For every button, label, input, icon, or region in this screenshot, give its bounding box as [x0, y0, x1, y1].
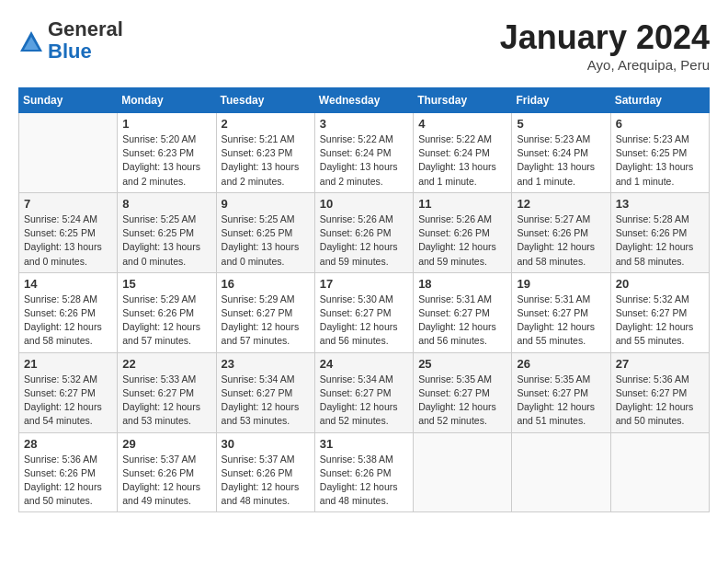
- calendar-cell: [19, 113, 118, 193]
- calendar-week-row: 28Sunrise: 5:36 AM Sunset: 6:26 PM Dayli…: [19, 432, 710, 512]
- calendar-cell: 12Sunrise: 5:27 AM Sunset: 6:26 PM Dayli…: [512, 192, 610, 272]
- calendar-cell: 29Sunrise: 5:37 AM Sunset: 6:26 PM Dayli…: [118, 432, 216, 512]
- day-number: 23: [222, 357, 310, 371]
- day-info: Sunrise: 5:34 AM Sunset: 6:27 PM Dayligh…: [222, 373, 310, 429]
- calendar-cell: 22Sunrise: 5:33 AM Sunset: 6:27 PM Dayli…: [118, 352, 216, 432]
- day-info: Sunrise: 5:21 AM Sunset: 6:23 PM Dayligh…: [222, 132, 310, 189]
- calendar-cell: [610, 432, 709, 512]
- calendar-cell: 11Sunrise: 5:26 AM Sunset: 6:26 PM Dayli…: [414, 192, 512, 272]
- day-number: 29: [122, 437, 210, 451]
- calendar-week-row: 1Sunrise: 5:20 AM Sunset: 6:23 PM Daylig…: [19, 113, 710, 193]
- day-number: 19: [517, 277, 605, 291]
- day-info: Sunrise: 5:22 AM Sunset: 6:24 PM Dayligh…: [320, 132, 408, 189]
- day-info: Sunrise: 5:25 AM Sunset: 6:25 PM Dayligh…: [222, 213, 310, 269]
- column-header-sunday: Sunday: [19, 88, 118, 113]
- calendar-cell: 6Sunrise: 5:23 AM Sunset: 6:25 PM Daylig…: [610, 113, 709, 193]
- calendar-cell: 8Sunrise: 5:25 AM Sunset: 6:25 PM Daylig…: [118, 192, 216, 272]
- column-header-tuesday: Tuesday: [216, 88, 314, 113]
- day-number: 5: [517, 117, 605, 131]
- day-number: 26: [517, 357, 605, 371]
- day-number: 21: [24, 357, 112, 371]
- logo: General Blue: [18, 18, 123, 63]
- calendar-cell: 17Sunrise: 5:30 AM Sunset: 6:27 PM Dayli…: [314, 272, 413, 352]
- day-number: 10: [320, 197, 408, 211]
- logo-blue: Blue: [48, 40, 123, 63]
- day-info: Sunrise: 5:26 AM Sunset: 6:26 PM Dayligh…: [418, 213, 506, 269]
- day-info: Sunrise: 5:23 AM Sunset: 6:25 PM Dayligh…: [616, 132, 704, 189]
- day-number: 28: [24, 437, 112, 451]
- day-number: 8: [122, 197, 210, 211]
- day-info: Sunrise: 5:31 AM Sunset: 6:27 PM Dayligh…: [517, 293, 605, 349]
- day-info: Sunrise: 5:30 AM Sunset: 6:27 PM Dayligh…: [320, 293, 408, 349]
- logo-text: General Blue: [48, 18, 123, 63]
- calendar-table: SundayMondayTuesdayWednesdayThursdayFrid…: [18, 87, 710, 512]
- calendar-cell: 25Sunrise: 5:35 AM Sunset: 6:27 PM Dayli…: [414, 352, 512, 432]
- column-header-thursday: Thursday: [414, 88, 512, 113]
- day-info: Sunrise: 5:28 AM Sunset: 6:26 PM Dayligh…: [24, 293, 112, 349]
- day-number: 9: [222, 197, 310, 211]
- day-info: Sunrise: 5:29 AM Sunset: 6:27 PM Dayligh…: [222, 293, 310, 349]
- day-info: Sunrise: 5:26 AM Sunset: 6:26 PM Dayligh…: [320, 213, 408, 269]
- calendar-cell: 2Sunrise: 5:21 AM Sunset: 6:23 PM Daylig…: [216, 113, 314, 193]
- day-info: Sunrise: 5:31 AM Sunset: 6:27 PM Dayligh…: [418, 293, 506, 349]
- day-info: Sunrise: 5:38 AM Sunset: 6:26 PM Dayligh…: [320, 453, 408, 509]
- calendar-cell: 10Sunrise: 5:26 AM Sunset: 6:26 PM Dayli…: [314, 192, 413, 272]
- calendar-week-row: 7Sunrise: 5:24 AM Sunset: 6:25 PM Daylig…: [19, 192, 710, 272]
- calendar-cell: 13Sunrise: 5:28 AM Sunset: 6:26 PM Dayli…: [610, 192, 709, 272]
- day-number: 20: [616, 277, 704, 291]
- day-number: 24: [320, 357, 408, 371]
- day-number: 12: [517, 197, 605, 211]
- day-number: 22: [122, 357, 210, 371]
- calendar-cell: 30Sunrise: 5:37 AM Sunset: 6:26 PM Dayli…: [216, 432, 314, 512]
- day-number: 31: [320, 437, 408, 451]
- logo-general: General: [48, 18, 123, 40]
- column-header-wednesday: Wednesday: [314, 88, 413, 113]
- calendar-week-row: 14Sunrise: 5:28 AM Sunset: 6:26 PM Dayli…: [19, 272, 710, 352]
- calendar-cell: 15Sunrise: 5:29 AM Sunset: 6:26 PM Dayli…: [118, 272, 216, 352]
- day-number: 14: [24, 277, 112, 291]
- calendar-cell: 18Sunrise: 5:31 AM Sunset: 6:27 PM Dayli…: [414, 272, 512, 352]
- day-info: Sunrise: 5:28 AM Sunset: 6:26 PM Dayligh…: [616, 213, 704, 269]
- day-info: Sunrise: 5:32 AM Sunset: 6:27 PM Dayligh…: [616, 293, 704, 349]
- day-number: 27: [616, 357, 704, 371]
- day-info: Sunrise: 5:35 AM Sunset: 6:27 PM Dayligh…: [418, 373, 506, 429]
- day-info: Sunrise: 5:23 AM Sunset: 6:24 PM Dayligh…: [517, 132, 605, 189]
- day-number: 4: [418, 117, 506, 131]
- title-block: January 2024 Ayo, Arequipa, Peru: [500, 18, 710, 73]
- column-header-monday: Monday: [118, 88, 216, 113]
- day-info: Sunrise: 5:32 AM Sunset: 6:27 PM Dayligh…: [24, 373, 112, 429]
- day-info: Sunrise: 5:22 AM Sunset: 6:24 PM Dayligh…: [418, 132, 506, 189]
- calendar-week-row: 21Sunrise: 5:32 AM Sunset: 6:27 PM Dayli…: [19, 352, 710, 432]
- calendar-cell: 20Sunrise: 5:32 AM Sunset: 6:27 PM Dayli…: [610, 272, 709, 352]
- day-info: Sunrise: 5:37 AM Sunset: 6:26 PM Dayligh…: [222, 453, 310, 509]
- day-number: 7: [24, 197, 112, 211]
- day-info: Sunrise: 5:24 AM Sunset: 6:25 PM Dayligh…: [24, 213, 112, 269]
- day-info: Sunrise: 5:36 AM Sunset: 6:26 PM Dayligh…: [24, 453, 112, 509]
- calendar-cell: 5Sunrise: 5:23 AM Sunset: 6:24 PM Daylig…: [512, 113, 610, 193]
- day-info: Sunrise: 5:27 AM Sunset: 6:26 PM Dayligh…: [517, 213, 605, 269]
- calendar-cell: 31Sunrise: 5:38 AM Sunset: 6:26 PM Dayli…: [314, 432, 413, 512]
- calendar-cell: 24Sunrise: 5:34 AM Sunset: 6:27 PM Dayli…: [314, 352, 413, 432]
- calendar-cell: 26Sunrise: 5:35 AM Sunset: 6:27 PM Dayli…: [512, 352, 610, 432]
- calendar-cell: 28Sunrise: 5:36 AM Sunset: 6:26 PM Dayli…: [19, 432, 118, 512]
- day-number: 25: [418, 357, 506, 371]
- calendar-cell: 1Sunrise: 5:20 AM Sunset: 6:23 PM Daylig…: [118, 113, 216, 193]
- calendar-cell: 19Sunrise: 5:31 AM Sunset: 6:27 PM Dayli…: [512, 272, 610, 352]
- day-number: 30: [222, 437, 310, 451]
- calendar-cell: 21Sunrise: 5:32 AM Sunset: 6:27 PM Dayli…: [19, 352, 118, 432]
- day-number: 3: [320, 117, 408, 131]
- day-info: Sunrise: 5:29 AM Sunset: 6:26 PM Dayligh…: [122, 293, 210, 349]
- month-title: January 2024: [500, 18, 710, 57]
- day-number: 15: [122, 277, 210, 291]
- calendar-cell: 3Sunrise: 5:22 AM Sunset: 6:24 PM Daylig…: [314, 113, 413, 193]
- day-number: 13: [616, 197, 704, 211]
- day-number: 11: [418, 197, 506, 211]
- calendar-cell: 9Sunrise: 5:25 AM Sunset: 6:25 PM Daylig…: [216, 192, 314, 272]
- calendar-cell: 4Sunrise: 5:22 AM Sunset: 6:24 PM Daylig…: [414, 113, 512, 193]
- day-info: Sunrise: 5:25 AM Sunset: 6:25 PM Dayligh…: [122, 213, 210, 269]
- calendar-cell: [512, 432, 610, 512]
- day-info: Sunrise: 5:34 AM Sunset: 6:27 PM Dayligh…: [320, 373, 408, 429]
- day-number: 1: [122, 117, 210, 131]
- day-info: Sunrise: 5:37 AM Sunset: 6:26 PM Dayligh…: [122, 453, 210, 509]
- calendar-cell: 14Sunrise: 5:28 AM Sunset: 6:26 PM Dayli…: [19, 272, 118, 352]
